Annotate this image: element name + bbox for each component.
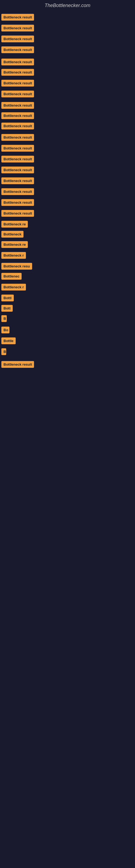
site-title: TheBottlenecker.com: [0, 0, 135, 10]
bottleneck-item-12: Bottleneck result: [1, 145, 34, 152]
bottleneck-item-5: Bottleneck result: [1, 69, 34, 76]
bottleneck-item-11: Bottleneck result: [1, 134, 34, 141]
bottleneck-item-3: Bottleneck result: [1, 46, 34, 53]
bottleneck-item-28: B: [1, 315, 7, 322]
bottleneck-item-20: Bottleneck: [1, 231, 24, 238]
bottleneck-item-1: Bottleneck result: [1, 25, 34, 31]
bottleneck-item-29: Bo: [1, 327, 9, 333]
bottleneck-item-26: Bottl: [1, 294, 14, 301]
bottleneck-item-30: Bottle: [1, 337, 16, 344]
bottleneck-item-10: Bottleneck result: [1, 123, 34, 129]
bottleneck-item-19: Bottleneck re: [1, 221, 28, 227]
bottleneck-item-15: Bottleneck result: [1, 177, 34, 184]
bottleneck-item-2: Bottleneck result: [1, 35, 34, 42]
bottleneck-item-21: Bottleneck re: [1, 241, 28, 248]
bottleneck-item-16: Bottleneck result: [1, 188, 34, 195]
bottleneck-item-18: Bottleneck result: [1, 210, 34, 217]
bottleneck-item-14: Bottleneck result: [1, 166, 34, 173]
bottleneck-item-25: Bottleneck r: [1, 284, 26, 290]
bottleneck-item-17: Bottleneck result: [1, 199, 34, 206]
bottleneck-item-32: Bottleneck result: [1, 361, 34, 368]
bottleneck-item-13: Bottleneck result: [1, 156, 34, 162]
bottleneck-item-7: Bottleneck result: [1, 91, 34, 97]
bottleneck-item-6: Bottleneck result: [1, 80, 34, 87]
bottleneck-item-27: Bott: [1, 305, 13, 312]
bottleneck-item-22: Bottleneck r: [1, 252, 26, 259]
bottleneck-item-8: Bottleneck result: [1, 102, 34, 109]
bottleneck-item-31: B: [1, 348, 6, 355]
bottleneck-item-9: Bottleneck result: [1, 112, 34, 119]
bottleneck-item-0: Bottleneck result: [1, 14, 34, 21]
bottleneck-item-23: Bottleneck resu: [1, 263, 32, 270]
bottleneck-item-24: Bottlenec: [1, 273, 21, 280]
bottleneck-item-4: Bottleneck result: [1, 59, 34, 65]
